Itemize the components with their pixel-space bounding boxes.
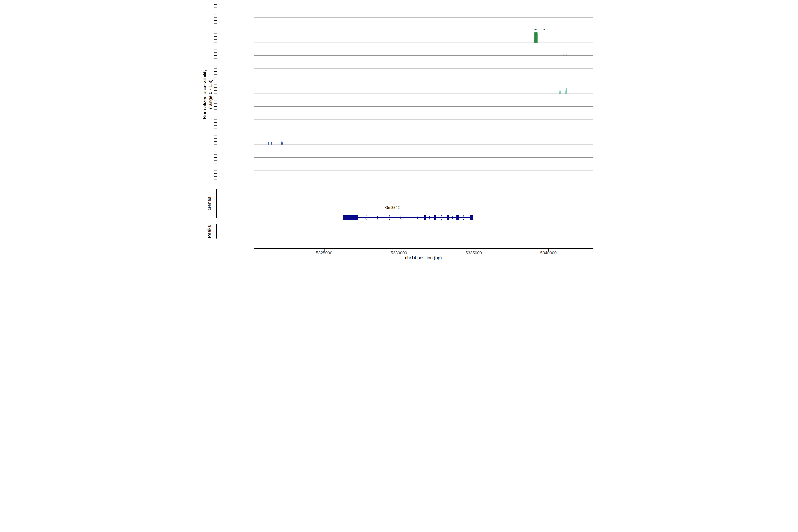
- genes-panel-label: Genes: [206, 197, 212, 210]
- y-axis-tick: [214, 126, 217, 126]
- x-axis-line: [254, 248, 593, 249]
- gene-exon: [343, 215, 358, 220]
- y-axis-tick: [214, 151, 217, 151]
- y-axis-label-line2: (range 0 - 1.3): [208, 69, 213, 119]
- y-axis-tick: [214, 129, 217, 129]
- gene-exon: [446, 215, 449, 220]
- y-axis-tick: [214, 141, 217, 142]
- y-axis-tick: [214, 14, 217, 14]
- gene-exon: [470, 215, 473, 220]
- y-axis-tick: [214, 160, 217, 161]
- y-axis-tick: [214, 91, 217, 91]
- track-baseline: [254, 145, 593, 145]
- gene-exon: [424, 215, 426, 220]
- accessibility-peak: [268, 142, 269, 145]
- x-axis-title: chr14 position (bp): [405, 255, 442, 261]
- track-baseline: [254, 170, 593, 170]
- peaks-bracket: [216, 224, 217, 239]
- gene-exon: [456, 215, 459, 220]
- y-axis-tick: [214, 55, 217, 56]
- y-axis-tick: [214, 26, 217, 27]
- y-axis-tick: [214, 39, 217, 40]
- track-baseline: [254, 17, 593, 18]
- y-axis-tick: [214, 84, 217, 84]
- x-axis-tick-label: 5325000: [316, 250, 332, 255]
- y-axis-tick: [214, 52, 217, 53]
- accessibility-peak: [544, 29, 545, 30]
- y-axis-tick: [214, 71, 217, 72]
- y-axis-tick: [214, 42, 217, 43]
- track-baseline: [254, 183, 593, 183]
- y-axis-tick: [214, 157, 217, 158]
- y-axis-tick: [214, 36, 217, 37]
- y-axis-tick: [214, 138, 217, 138]
- genes-bracket: [216, 189, 217, 218]
- x-axis-tick-label: 5330000: [391, 250, 407, 255]
- y-axis-tick: [214, 20, 217, 21]
- y-axis-label: Normalized accessibility (range 0 - 1.3): [202, 69, 213, 119]
- y-axis-tick: [214, 62, 217, 62]
- y-axis-tick: [214, 176, 217, 177]
- x-axis-tick-label: 5340000: [540, 250, 557, 255]
- coverage-plot-figure: Normalized accessibility (range 0 - 1.3)…: [200, 0, 598, 266]
- y-axis-tick: [214, 173, 217, 174]
- y-axis-tick: [214, 75, 217, 75]
- y-axis-tick: [214, 30, 217, 31]
- track-baseline: [254, 107, 593, 107]
- y-axis-tick: [214, 100, 217, 100]
- peaks-panel-label: Peaks: [206, 225, 212, 238]
- y-axis-tick: [214, 97, 217, 97]
- accessibility-peak: [534, 32, 536, 42]
- y-axis-tick: [214, 119, 217, 119]
- track-baseline: [254, 119, 593, 119]
- y-axis-tick: [214, 11, 217, 11]
- y-axis-tick: [214, 167, 217, 167]
- y-axis-tick: [214, 65, 217, 65]
- y-axis-tick: [214, 7, 217, 8]
- track-baseline: [254, 42, 593, 43]
- y-axis-tick: [214, 122, 217, 122]
- y-axis-tick: [214, 164, 217, 164]
- y-axis-tick: [214, 17, 217, 18]
- y-axis-tick: [214, 103, 217, 103]
- track-baseline: [254, 132, 593, 132]
- gene-body-line: [343, 217, 473, 218]
- y-axis-tick: [214, 148, 217, 148]
- y-axis-label-line1: Normalized accessibility: [202, 69, 208, 119]
- gene-name-label: Gm3542: [385, 206, 400, 210]
- y-axis-tick: [214, 145, 217, 145]
- track-baseline: [254, 30, 593, 31]
- y-axis-tick: [214, 179, 217, 180]
- y-axis-tick: [214, 78, 217, 78]
- y-axis-tick: [214, 23, 217, 24]
- y-axis-tick: [214, 33, 217, 34]
- accessibility-peak: [559, 89, 561, 94]
- track-baseline: [254, 81, 593, 81]
- y-axis-tick: [214, 135, 217, 135]
- y-axis-tick: [214, 116, 217, 116]
- y-axis-tick: [214, 49, 217, 50]
- x-axis-tick-label: 5335000: [466, 250, 482, 255]
- y-axis-tick: [214, 170, 217, 170]
- track-baseline: [254, 157, 593, 158]
- accessibility-peak: [563, 55, 564, 55]
- track-baseline: [254, 68, 593, 69]
- track-baseline: [254, 94, 593, 94]
- y-axis-tick: [214, 46, 217, 46]
- track-baseline: [254, 55, 593, 56]
- y-axis-tick: [214, 154, 217, 154]
- y-axis-tick: [214, 4, 217, 5]
- accessibility-peak: [534, 29, 537, 30]
- y-axis-tick: [214, 132, 217, 132]
- accessibility-peak: [565, 88, 567, 94]
- y-axis-tick: [214, 58, 217, 59]
- y-axis-tick: [214, 107, 217, 107]
- y-axis-tick: [214, 94, 217, 94]
- gene-exon: [434, 215, 436, 220]
- accessibility-peak: [271, 142, 272, 145]
- accessibility-peak: [536, 32, 537, 42]
- y-axis-tick: [214, 68, 217, 69]
- y-axis-tick: [214, 183, 217, 183]
- y-axis-tick: [214, 81, 217, 81]
- y-axis-tick: [214, 113, 217, 113]
